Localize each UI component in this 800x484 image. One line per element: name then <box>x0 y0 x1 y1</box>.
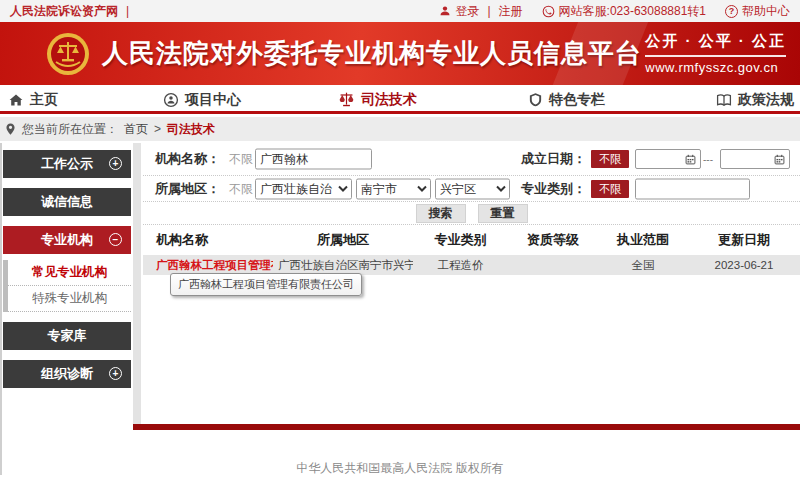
top-utility-bar: 人民法院诉讼资产网 | 登录 | 注册 网站客服:023-63088881转1 … <box>0 0 800 22</box>
district-select[interactable]: 兴宁区 <box>435 178 510 199</box>
breadcrumb: 您当前所在位置： 首页 > 司法技术 <box>0 117 800 141</box>
collapse-icon: − <box>109 233 122 246</box>
org-name-label: 机构名称： <box>155 150 220 168</box>
table-row: 广西翰林工程项目管理有限责任... 广西壮族自治区南宁市兴宁区 工程造价 全国 … <box>143 255 800 275</box>
form-row-org-name: 机构名称： 不限 成立日期： 不限 --- <box>143 143 800 176</box>
breadcrumb-prefix: 您当前所在位置： <box>22 121 118 138</box>
col-header-category: 专业类别 <box>413 231 508 249</box>
sidebar-item-expert-pool[interactable]: 专家库 <box>3 322 131 350</box>
sidebar-item-org-diagnosis[interactable]: 组织诊断 + <box>3 360 131 388</box>
calendar-icon <box>774 154 785 165</box>
project-center-icon <box>163 92 179 108</box>
col-header-updated: 更新日期 <box>688 231 800 249</box>
court-emblem-logo <box>46 32 90 76</box>
sidebar-subitem-special-orgs[interactable]: 特殊专业机构 <box>8 286 131 312</box>
date-to-input[interactable] <box>720 149 790 169</box>
login-group: 登录 | 注册 <box>439 3 522 20</box>
cell-updated: 2023-06-21 <box>688 259 800 271</box>
sidebar-subitem-common-orgs[interactable]: 常见专业机构 <box>8 260 131 286</box>
breadcrumb-current: 司法技术 <box>167 121 215 138</box>
login-link[interactable]: 登录 <box>455 3 479 20</box>
nav-label: 项目中心 <box>185 91 241 109</box>
founding-date-label: 成立日期： <box>506 150 586 168</box>
sidebar-panel-gap <box>133 143 141 424</box>
nav-label: 司法技术 <box>361 91 417 109</box>
col-header-org-name: 机构名称 <box>143 231 273 249</box>
org-name-link[interactable]: 广西翰林工程项目管理有限责任... <box>143 258 273 273</box>
sidebar-item-work-publicity[interactable]: 工作公示 + <box>3 150 131 178</box>
help-group[interactable]: ? 帮助中心 <box>725 3 790 20</box>
reset-button[interactable]: 重置 <box>478 204 528 223</box>
slogan-text: 公开 · 公平 · 公正 <box>645 32 786 57</box>
site-banner: 人民法院对外委托专业机构专业人员信息平台 公开 · 公平 · 公正 www.rm… <box>0 22 800 85</box>
book-icon <box>716 92 732 108</box>
sidebar-item-professional-orgs[interactable]: 专业机构 − <box>3 226 131 254</box>
help-link: 帮助中心 <box>742 3 790 20</box>
question-icon: ? <box>725 5 738 18</box>
breadcrumb-home-link[interactable]: 首页 <box>124 121 148 138</box>
left-edge-rule <box>0 143 2 475</box>
service-phone: 网站客服:023-63088881转1 <box>559 3 706 20</box>
category-input[interactable] <box>635 178 750 199</box>
cell-category: 工程造价 <box>413 258 508 273</box>
col-header-grade: 资质等级 <box>508 231 598 249</box>
scales-icon <box>338 91 355 108</box>
form-row-region: 所属地区： 不限 广西壮族自治 南宁市 兴宁区 专业类别： 不限 <box>143 176 800 202</box>
cell-region: 广西壮族自治区南宁市兴宁区 <box>273 258 413 273</box>
nav-item-special-column[interactable]: 特色专栏 <box>528 85 605 114</box>
sidebar: 工作公示 + 诚信信息 专业机构 − 常见专业机构 特殊专业机构 专家库 组织诊… <box>3 150 131 398</box>
breadcrumb-separator: > <box>154 122 161 136</box>
city-select[interactable]: 南宁市 <box>356 178 431 199</box>
main-panel: 机构名称： 不限 成立日期： 不限 --- 所属地区： 不限 广西壮族自治 南宁… <box>143 143 800 424</box>
org-name-any[interactable]: 不限 <box>229 151 253 168</box>
expand-icon: + <box>109 157 122 170</box>
calendar-icon <box>685 154 696 165</box>
founding-date-any-button[interactable]: 不限 <box>591 150 629 168</box>
col-header-region: 所属地区 <box>273 231 413 249</box>
category-any-button[interactable]: 不限 <box>591 180 629 198</box>
org-name-input[interactable] <box>255 149 372 170</box>
cell-scope: 全国 <box>598 258 688 273</box>
nav-item-judicial-tech[interactable]: 司法技术 <box>338 85 417 114</box>
home-icon <box>8 92 24 108</box>
region-label: 所属地区： <box>155 180 220 198</box>
location-pin-icon <box>5 123 16 136</box>
sidebar-subitem-label: 特殊专业机构 <box>32 290 107 307</box>
nav-item-project-center[interactable]: 项目中心 <box>163 85 241 114</box>
sidebar-item-label: 组织诊断 <box>41 365 93 383</box>
phone-icon <box>542 5 555 18</box>
service-group[interactable]: 网站客服:023-63088881转1 <box>542 3 706 20</box>
expand-icon: + <box>109 367 122 380</box>
panel-bottom-red-bar <box>133 424 800 430</box>
date-range-separator: --- <box>703 154 713 165</box>
register-link[interactable]: 注册 <box>499 3 523 20</box>
shield-icon <box>528 92 543 107</box>
results-table: 机构名称 所属地区 专业类别 资质等级 执业范围 更新日期 广西翰林工程项目管理… <box>143 225 800 275</box>
form-actions: 搜索 重置 <box>143 202 800 225</box>
user-icon <box>439 5 451 17</box>
top-site-link[interactable]: 人民法院诉讼资产网 <box>10 3 118 20</box>
main-navigation: 主页 项目中心 司法技术 特色专栏 政策法规 <box>0 85 800 114</box>
footer-copyright: 中华人民共和国最高人民法院 版权所有 <box>0 460 800 477</box>
sidebar-item-label: 专家库 <box>48 327 87 345</box>
sidebar-item-integrity-info[interactable]: 诚信信息 <box>3 188 131 216</box>
sidebar-item-label: 诚信信息 <box>41 193 93 211</box>
date-from-input[interactable] <box>635 149 701 169</box>
banner-slogan-block: 公开 · 公平 · 公正 www.rmfysszc.gov.cn <box>645 32 786 75</box>
site-url: www.rmfysszc.gov.cn <box>645 57 786 75</box>
sidebar-sublist: 常见专业机构 特殊专业机构 <box>3 260 131 312</box>
province-select[interactable]: 广西壮族自治 <box>255 178 352 199</box>
nav-item-home[interactable]: 主页 <box>8 85 58 114</box>
org-name-tooltip: 广西翰林工程项目管理有限责任公司 <box>170 273 362 296</box>
category-label: 专业类别： <box>506 180 586 198</box>
nav-item-policy[interactable]: 政策法规 <box>716 85 794 114</box>
region-any[interactable]: 不限 <box>229 180 253 197</box>
nav-label: 特色专栏 <box>549 91 605 109</box>
table-header-row: 机构名称 所属地区 专业类别 资质等级 执业范围 更新日期 <box>143 225 800 255</box>
search-button[interactable]: 搜索 <box>416 204 466 223</box>
login-separator: | <box>487 4 490 18</box>
top-divider: | <box>126 4 129 18</box>
nav-label: 政策法规 <box>738 91 794 109</box>
nav-label: 主页 <box>30 91 58 109</box>
col-header-scope: 执业范围 <box>598 231 688 249</box>
